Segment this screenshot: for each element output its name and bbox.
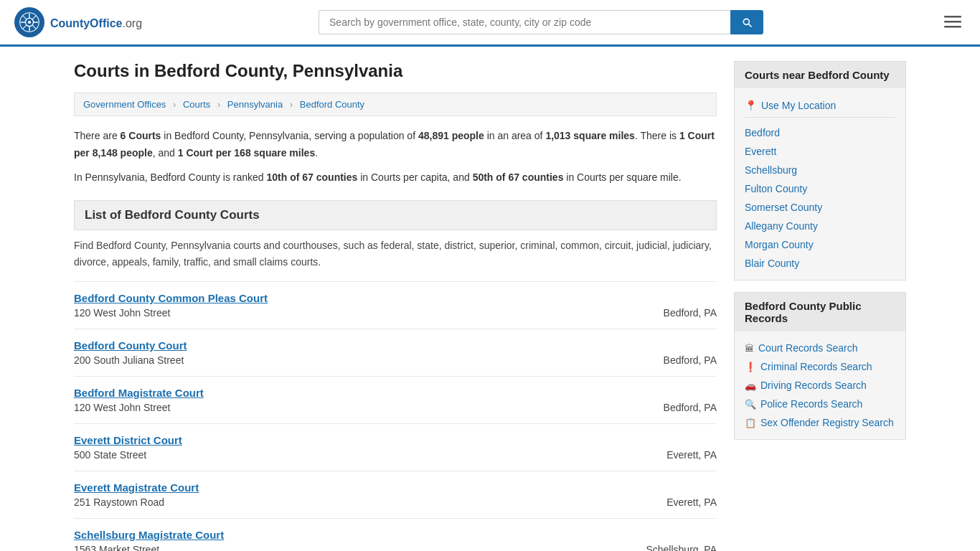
logo-icon	[14, 7, 44, 37]
svg-rect-11	[944, 16, 961, 18]
court-item: Bedford County Common Pleas Court 120 We…	[74, 281, 717, 329]
court-item: Everett District Court 500 State Street …	[74, 423, 717, 471]
nearby-link-item: Blair County	[745, 254, 895, 273]
court-name-link[interactable]: Bedford County Court	[74, 339, 187, 352]
public-record-link[interactable]: Court Records Search	[758, 342, 858, 354]
public-record-item: 🚗 Driving Records Search	[745, 376, 895, 395]
court-name-link[interactable]: Everett Magistrate Court	[74, 481, 199, 494]
court-details: 120 West John Street Bedford, PA	[74, 402, 717, 413]
search-input[interactable]	[319, 10, 730, 34]
court-address: 251 Raystown Road	[74, 496, 164, 508]
stats-paragraph-1: There are 6 Courts in Bedford County, Pe…	[74, 128, 717, 162]
rank-capita: 10th of 67 counties	[267, 171, 358, 183]
nearby-link[interactable]: Schellsburg	[745, 164, 797, 176]
court-count: 6 Courts	[121, 130, 161, 141]
courts-list: Bedford County Common Pleas Court 120 We…	[74, 281, 717, 551]
breadcrumb-gov-offices[interactable]: Government Offices	[83, 99, 166, 110]
search-area	[319, 10, 763, 34]
court-name-link[interactable]: Bedford Magistrate Court	[74, 387, 204, 399]
search-icon	[741, 17, 753, 28]
sidebar: Courts near Bedford County 📍 Use My Loca…	[734, 61, 906, 551]
page-title: Courts in Bedford County, Pennsylvania	[74, 61, 717, 81]
court-city: Everett, PA	[666, 449, 717, 461]
nearby-link[interactable]: Allegany County	[745, 220, 818, 232]
nearby-link[interactable]: Bedford	[745, 127, 780, 138]
public-record-item: 🏛 Court Records Search	[745, 339, 895, 357]
nearby-link[interactable]: Fulton County	[745, 183, 807, 194]
breadcrumb-bedford-county[interactable]: Bedford County	[300, 99, 364, 110]
court-details: 251 Raystown Road Everett, PA	[74, 496, 717, 508]
courts-nearby-header: Courts near Bedford County	[735, 62, 905, 88]
list-description: Find Bedford County, Pennsylvania courts…	[74, 237, 717, 270]
public-record-item: ❗ Criminal Records Search	[745, 357, 895, 376]
search-button[interactable]	[730, 10, 763, 34]
nearby-link[interactable]: Everett	[745, 146, 776, 157]
court-address: 120 West John Street	[74, 402, 170, 413]
rank-area: 50th of 67 counties	[473, 171, 564, 183]
court-item: Schellsburg Magistrate Court 1563 Market…	[74, 518, 717, 551]
public-record-link[interactable]: Driving Records Search	[760, 380, 867, 391]
breadcrumb: Government Offices › Courts › Pennsylvan…	[74, 93, 717, 116]
courts-nearby-section: Courts near Bedford County 📍 Use My Loca…	[734, 61, 906, 281]
use-my-location-link[interactable]: Use My Location	[761, 100, 836, 111]
court-item: Everett Magistrate Court 251 Raystown Ro…	[74, 471, 717, 518]
nearby-link-item: Everett	[745, 142, 895, 161]
list-section-header: List of Bedford County Courts	[74, 200, 717, 230]
logo-area: CountyOffice.org	[14, 7, 142, 37]
nearby-link[interactable]: Blair County	[745, 258, 799, 269]
main-content: Courts in Bedford County, Pennsylvania G…	[74, 61, 717, 551]
svg-point-10	[28, 21, 31, 24]
court-details: 120 West John Street Bedford, PA	[74, 307, 717, 319]
court-address: 200 South Juliana Street	[74, 354, 184, 366]
court-details: 200 South Juliana Street Bedford, PA	[74, 354, 717, 366]
court-city: Everett, PA	[666, 496, 717, 508]
public-record-link[interactable]: Police Records Search	[760, 398, 862, 410]
site-header: CountyOffice.org	[0, 0, 980, 47]
nearby-link-item: Schellsburg	[745, 161, 895, 179]
court-name-link[interactable]: Schellsburg Magistrate Court	[74, 529, 224, 541]
public-record-link[interactable]: Criminal Records Search	[760, 361, 872, 372]
svg-rect-12	[944, 21, 961, 23]
nearby-link[interactable]: Morgan County	[745, 239, 814, 250]
record-icon: 🔍	[745, 399, 756, 410]
public-records-section: Bedford County Public Records 🏛 Court Re…	[734, 292, 906, 440]
logo-text: CountyOffice.org	[50, 14, 142, 31]
nearby-link-item: Fulton County	[745, 179, 895, 198]
public-records-links: 🏛 Court Records Search ❗ Criminal Record…	[745, 339, 895, 432]
breadcrumb-courts[interactable]: Courts	[183, 99, 210, 110]
court-address: 120 West John Street	[74, 307, 170, 319]
record-icon: 🏛	[745, 343, 754, 354]
public-records-header: Bedford County Public Records	[735, 293, 905, 331]
hamburger-menu-button[interactable]	[940, 9, 966, 37]
court-item: Bedford County Court 200 South Juliana S…	[74, 329, 717, 376]
record-icon: 📋	[745, 418, 756, 428]
court-item: Bedford Magistrate Court 120 West John S…	[74, 376, 717, 423]
public-record-item: 🔍 Police Records Search	[745, 395, 895, 413]
stats-paragraph-2: In Pennsylvania, Bedford County is ranke…	[74, 169, 717, 187]
public-record-link[interactable]: Sex Offender Registry Search	[760, 417, 894, 428]
court-details: 1563 Market Street Schellsburg, PA	[74, 544, 717, 551]
courts-nearby-body: 📍 Use My Location BedfordEverettSchellsb…	[735, 88, 905, 280]
svg-rect-13	[944, 26, 961, 28]
area: 1,013 square miles	[545, 130, 635, 141]
main-container: Courts in Bedford County, Pennsylvania G…	[60, 47, 920, 551]
court-address: 500 State Street	[74, 449, 146, 461]
population: 48,891 people	[418, 130, 484, 141]
court-details: 500 State Street Everett, PA	[74, 449, 717, 461]
court-name-link[interactable]: Bedford County Common Pleas Court	[74, 292, 268, 304]
nearby-link-item: Allegany County	[745, 217, 895, 235]
record-icon: ❗	[745, 362, 756, 372]
nearby-link-item: Bedford	[745, 123, 895, 142]
public-record-item: 📋 Sex Offender Registry Search	[745, 413, 895, 432]
per-area: 1 Court per 168 square miles	[178, 147, 315, 159]
nearby-link[interactable]: Somerset County	[745, 202, 822, 213]
breadcrumb-pennsylvania[interactable]: Pennsylvania	[227, 99, 283, 110]
nearby-link-item: Somerset County	[745, 198, 895, 217]
court-city: Bedford, PA	[664, 307, 717, 319]
nearby-links: BedfordEverettSchellsburgFulton CountySo…	[745, 123, 895, 273]
court-city: Bedford, PA	[664, 402, 717, 413]
court-city: Bedford, PA	[664, 354, 717, 366]
court-name-link[interactable]: Everett District Court	[74, 434, 182, 446]
public-records-body: 🏛 Court Records Search ❗ Criminal Record…	[735, 331, 905, 439]
use-location-item: 📍 Use My Location	[745, 95, 895, 118]
